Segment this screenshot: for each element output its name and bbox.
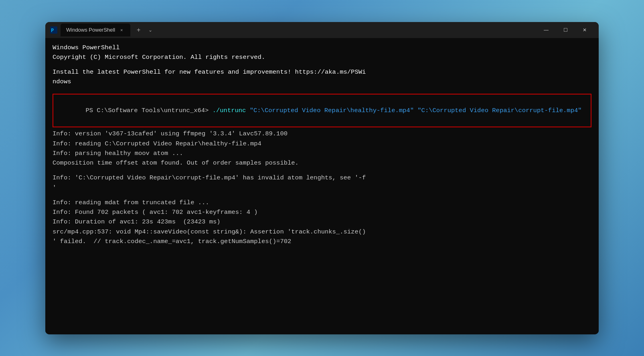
- title-bar-left: P Windows PowerShell × + ⌄: [50, 24, 537, 36]
- close-button[interactable]: ✕: [575, 24, 594, 36]
- info-line9: src/mp4.cpp:537: void Mp4::saveVideo(con…: [53, 228, 366, 235]
- tab-label: Windows PowerShell: [66, 27, 115, 33]
- info-line5b: ': [53, 184, 56, 191]
- tab-close-button[interactable]: ×: [118, 27, 125, 33]
- tab-dropdown-button[interactable]: ⌄: [147, 27, 154, 33]
- title-bar: P Windows PowerShell × + ⌄ — ☐ ✕: [45, 22, 599, 38]
- info-line3: Info: parsing healthy moov atom ...: [53, 150, 183, 157]
- info-line2: Info: reading C:\Corrupted Video Repair\…: [53, 140, 261, 147]
- info-line7: Info: Found 702 packets ( avc1: 702 avc1…: [53, 209, 258, 216]
- terminal-body[interactable]: Windows PowerShell Copyright (C) Microso…: [45, 38, 599, 334]
- maximize-button[interactable]: ☐: [556, 24, 575, 36]
- spacer4: [53, 193, 591, 198]
- minimize-button[interactable]: —: [537, 24, 555, 36]
- header-line2: Copyright (C) Microsoft Corporation. All…: [53, 54, 265, 61]
- title-bar-controls: — ☐ ✕: [537, 24, 594, 36]
- new-tab-button[interactable]: +: [134, 26, 144, 34]
- spacer3: [53, 168, 591, 173]
- svg-text:P: P: [51, 28, 54, 33]
- powershell-window: P Windows PowerShell × + ⌄ — ☐ ✕ Windows…: [45, 22, 599, 334]
- install-notice2: ndows: [53, 78, 71, 85]
- spacer1: [53, 62, 591, 68]
- command-line: PS C:\Software Tools\untrunc_x64> ./untr…: [56, 107, 582, 124]
- command-name: ./untrunc: [213, 107, 246, 114]
- prompt-text: PS C:\Software Tools\untrunc_x64>: [85, 107, 212, 114]
- info-line4: Composition time offset atom found. Out …: [53, 159, 299, 167]
- info-line5: Info: 'C:\Corrupted Video Repair\corrupt…: [53, 174, 366, 181]
- powershell-icon: P: [50, 26, 57, 34]
- command-block: PS C:\Software Tools\untrunc_x64> ./untr…: [53, 94, 591, 127]
- install-notice1: Install the latest PowerShell for new fe…: [53, 68, 366, 76]
- active-tab[interactable]: Windows PowerShell ×: [61, 24, 130, 36]
- info-line10: ' failed. // track.codec_.name_=avc1, tr…: [53, 238, 291, 245]
- info-line1: Info: version 'v367-13cafed' using ffmpe…: [53, 130, 288, 137]
- command-args: "C:\Corrupted Video Repair\healthy-file.…: [246, 107, 581, 114]
- spacer2: [53, 87, 591, 93]
- header-line1: Windows PowerShell: [53, 44, 119, 51]
- info-line8: Info: Duration of avc1: 23s 423ms (23423…: [53, 218, 221, 225]
- info-line6: Info: reading mdat from truncated file .…: [53, 199, 209, 206]
